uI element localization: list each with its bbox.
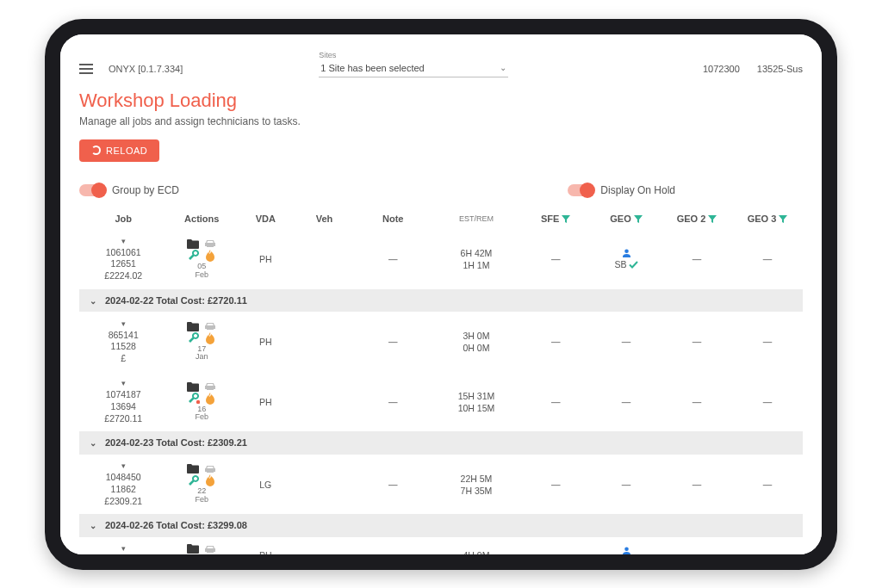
geo2-cell: —: [662, 537, 732, 554]
wrench-icon[interactable]: [189, 250, 200, 261]
table-row[interactable]: ▾86514111528£17JanPH—3H 0M0H 0M————: [79, 312, 803, 372]
est-cell: 4H 9M: [432, 537, 520, 554]
vda-cell: PH: [236, 537, 295, 554]
filter-icon: [779, 215, 787, 224]
car-icon[interactable]: [204, 465, 216, 473]
note-cell: —: [354, 312, 432, 372]
actions-cell: 22Feb: [167, 455, 236, 514]
caret-down-icon: ▾: [83, 237, 164, 245]
note-cell: —: [354, 229, 432, 288]
folder-icon[interactable]: [187, 544, 199, 554]
geo2-cell: —: [662, 372, 732, 431]
note-cell: —: [354, 537, 432, 554]
col-geo3[interactable]: GEO 3: [732, 208, 803, 230]
reload-label: RELOAD: [106, 145, 147, 156]
col-job[interactable]: Job: [79, 208, 167, 230]
table-row[interactable]: ▾107418713694£2720.1116FebPH—15H 31M10H …: [79, 372, 803, 431]
note-cell: —: [354, 455, 432, 514]
geo-cell[interactable]: —: [591, 312, 662, 372]
menu-icon[interactable]: [79, 64, 93, 74]
geo3-cell: —: [732, 372, 803, 431]
chevron-down-icon: ⌄: [90, 438, 96, 448]
group-header[interactable]: ⌄2024-02-22 Total Cost: £2720.11: [79, 289, 803, 313]
page-subtitle: Manage all jobs and assign technicians t…: [79, 115, 803, 127]
toggle-group-by-ecd-label: Group by ECD: [112, 184, 179, 196]
caret-down-icon: ▾: [83, 379, 164, 387]
wrench-icon[interactable]: [189, 475, 200, 486]
note-cell: —: [354, 372, 432, 431]
geo2-cell: —: [662, 312, 732, 372]
geo-cell[interactable]: [591, 537, 662, 554]
wrench-icon[interactable]: [189, 393, 200, 404]
col-vda[interactable]: VDA: [236, 208, 295, 230]
toggle-group-by-ecd[interactable]: [79, 184, 105, 196]
actions-cell: 05Feb: [167, 229, 236, 288]
caret-down-icon: ▾: [83, 319, 164, 328]
geo3-cell: —: [732, 312, 803, 372]
geo3-cell: —: [732, 537, 803, 554]
table-row[interactable]: ▾104845011862£2309.2122FebLG—22H 5M7H 35…: [79, 455, 803, 514]
col-est[interactable]: EST/REM: [432, 208, 520, 230]
reload-icon: [91, 145, 101, 155]
actions-cell: 17Jan: [167, 312, 236, 372]
vda-cell: PH: [236, 229, 295, 288]
person-icon: [622, 249, 631, 258]
toggle-display-on-hold[interactable]: [568, 184, 593, 196]
table-row[interactable]: ▾106106112651£2224.0205FebPH—6H 42M1H 1M…: [79, 229, 803, 288]
folder-icon[interactable]: [187, 239, 199, 249]
svg-point-0: [196, 400, 200, 404]
geo-cell[interactable]: SB: [591, 229, 662, 288]
col-geo[interactable]: GEO: [591, 208, 662, 230]
reload-button[interactable]: RELOAD: [79, 139, 159, 162]
car-icon[interactable]: [204, 382, 216, 391]
veh-cell: [295, 312, 353, 372]
top-bar: ONYX [0.1.7.334] Sites 1 Site has been s…: [79, 43, 803, 77]
group-header[interactable]: ⌄2024-02-23 Total Cost: £2309.21: [79, 431, 803, 455]
veh-cell: [295, 455, 353, 514]
est-cell: 3H 0M0H 0M: [432, 312, 520, 372]
geo3-cell: —: [732, 229, 803, 288]
job-cell[interactable]: ▾106106112651£2224.02: [79, 229, 167, 288]
job-cell[interactable]: ▾104845011862£2309.21: [79, 455, 167, 514]
geo-cell[interactable]: —: [591, 372, 662, 431]
folder-icon[interactable]: [187, 382, 199, 392]
group-header[interactable]: ⌄2024-02-26 Total Cost: £3299.08: [79, 514, 803, 537]
flame-icon[interactable]: [205, 250, 215, 262]
caret-down-icon: ▾: [83, 544, 164, 553]
header-number: 1072300: [703, 64, 740, 74]
job-cell[interactable]: ▾86514111528£: [79, 312, 167, 372]
col-sfe[interactable]: SFE: [520, 208, 591, 230]
site-select[interactable]: 1 Site has been selected ⌄: [319, 59, 508, 77]
vda-cell: PH: [236, 312, 295, 372]
est-cell: 22H 5M7H 35M: [432, 455, 520, 514]
col-veh[interactable]: Veh: [295, 208, 353, 230]
car-icon[interactable]: [204, 239, 216, 248]
geo2-cell: —: [662, 455, 732, 514]
job-cell[interactable]: ▾1079432: [79, 537, 167, 554]
flame-icon[interactable]: [205, 332, 215, 344]
col-geo2[interactable]: GEO 2: [662, 208, 732, 230]
caret-down-icon: ▾: [83, 461, 164, 470]
car-icon[interactable]: [204, 545, 216, 554]
flame-icon[interactable]: [205, 474, 215, 486]
car-icon[interactable]: [204, 322, 216, 331]
actions-cell: 16Feb: [167, 372, 236, 431]
geo-cell[interactable]: —: [591, 455, 662, 514]
sfe-cell: —: [520, 229, 591, 288]
veh-cell: [295, 229, 353, 288]
col-actions[interactable]: Actions: [167, 208, 236, 230]
page-title: Workshop Loading: [79, 90, 803, 112]
sfe-cell: —: [520, 537, 591, 554]
wrench-icon[interactable]: [189, 332, 200, 344]
vda-cell: PH: [236, 372, 295, 431]
table-row[interactable]: ▾1079432PH—4H 9M———: [79, 537, 803, 554]
col-note[interactable]: Note: [354, 208, 432, 230]
jobs-table: Job Actions VDA Veh Note EST/REM SFE GEO: [79, 208, 803, 554]
job-cell[interactable]: ▾107418713694£2720.11: [79, 372, 167, 431]
chevron-down-icon: ⌄: [90, 296, 96, 306]
geo2-cell: —: [662, 229, 732, 288]
folder-icon[interactable]: [187, 322, 199, 331]
folder-icon[interactable]: [187, 464, 199, 473]
flame-icon[interactable]: [205, 393, 215, 405]
site-select-label: Sites: [319, 51, 508, 59]
